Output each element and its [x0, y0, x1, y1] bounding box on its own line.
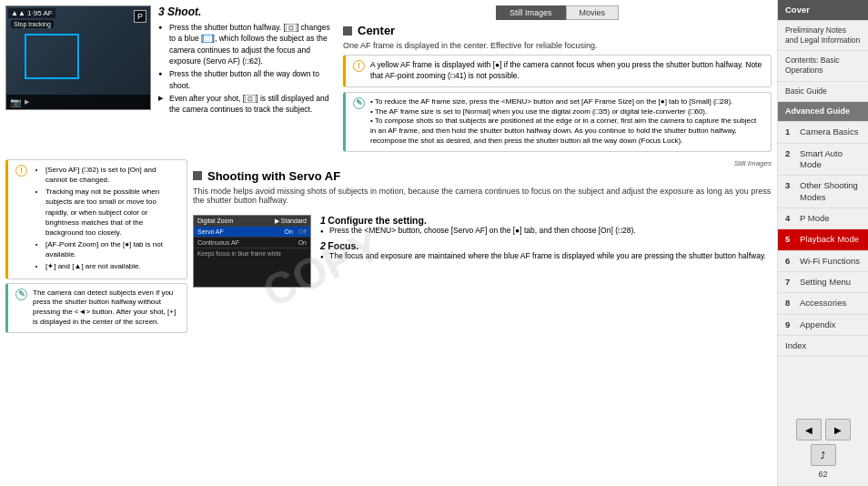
servo-af-label: Servo AF — [197, 228, 224, 235]
servo-description: This mode helps avoid missing shots of s… — [193, 187, 772, 205]
sidebar-item-appendix[interactable]: 9 Appendix — [778, 315, 868, 336]
nav-buttons: ◀ ▶ — [796, 419, 851, 440]
servo-title: Shooting with Servo AF — [207, 169, 340, 183]
sidebar-label-smart-auto: Smart Auto Mode — [800, 148, 861, 171]
shoot-bullet-1: Press the shutter button halfway. [⊡] ch… — [158, 22, 336, 66]
shoot-arrow-1: Even after your shot, [⊡] is still displ… — [158, 93, 336, 116]
sidebar-item-prelim[interactable]: Preliminary Notes and Legal Information — [778, 21, 868, 51]
servo-menu-header-right: ▶ Standard — [275, 218, 307, 225]
middle-panel: Still Images Shooting with Servo AF This… — [193, 159, 772, 483]
servo-steps: 1 Configure the setting. Press the <MENU… — [320, 215, 772, 288]
camera-icon: 📷 — [10, 97, 21, 107]
camera-hud-left: ▲▲ 1·95 AF — [8, 8, 56, 18]
warning-box-1-content: [Servo AF] (□62) is set to [On] and cann… — [33, 165, 179, 274]
servo-menu-display: Digital Zoom ▶ Standard Servo AF On Off … — [194, 216, 310, 287]
warning-list: [Servo AF] (□62) is set to [On] and cann… — [33, 165, 179, 272]
tip-box-1-text: The camera can detect subjects even if y… — [33, 289, 179, 328]
warn-item-1: [Servo AF] (□62) is set to [On] and cann… — [45, 165, 179, 185]
sidebar-item-index[interactable]: Index — [778, 336, 868, 357]
servo-step2-desc-item: The focus and exposure are maintained wh… — [320, 251, 772, 262]
sidebar-num-1: 1 — [785, 127, 796, 137]
warning-icon: ! — [353, 60, 365, 72]
sidebar-label-camera-basics: Camera Basics — [800, 127, 858, 137]
upper-row: ▲▲ 1·95 AF P Stop tracking 📷 ▶ 3 Shoot. … — [0, 0, 777, 159]
center-area: ! [Servo AF] (□62) is set to [On] and ca… — [0, 159, 777, 486]
servo-step2-label: Focus. — [328, 240, 358, 251]
center-tip-row: ✎ • To reduce the AF frame size, press t… — [353, 97, 763, 147]
servo-square-icon — [193, 171, 202, 180]
sidebar-item-camera-basics[interactable]: 1 Camera Basics — [778, 122, 868, 143]
servo-step1-desc: Press the <MENU> button, choose [Servo A… — [320, 226, 772, 237]
camera-hud-top: ▲▲ 1·95 AF P — [8, 8, 148, 18]
sidebar-item-wifi[interactable]: 6 Wi-Fi Functions — [778, 251, 868, 272]
sidebar-num-9: 9 — [785, 319, 796, 330]
warn-item-4: [✦] and [▲] are not available. — [45, 261, 179, 271]
servo-still-images-badge: Still Images — [193, 159, 772, 167]
servo-continuous-af-label: Continuous AF — [197, 239, 239, 246]
servo-menu-caption: Keeps focus in blue frame while — [194, 248, 310, 258]
warning-box-1-row: ! [Servo AF] (□62) is set to [On] and ca… — [15, 165, 179, 274]
center-square-icon — [343, 26, 352, 35]
sidebar-item-setting-menu[interactable]: 7 Setting Menu — [778, 272, 868, 293]
sidebar-label-appendix: Appendix — [800, 319, 836, 330]
center-warning-row: ! A yellow AF frame is displayed with [●… — [353, 60, 763, 82]
servo-step2: 2 Focus. The focus and exposure are main… — [320, 240, 772, 262]
servo-header: Shooting with Servo AF — [193, 169, 772, 183]
still-images-tab[interactable]: Still Images — [496, 5, 566, 20]
shoot-bullets: Press the shutter button halfway. [⊡] ch… — [158, 22, 336, 116]
tip-box-1-row: ✎ The camera can detect subjects even if… — [15, 289, 179, 328]
sidebar-item-cover[interactable]: Cover — [778, 0, 868, 21]
home-button[interactable]: ⤴ — [811, 444, 836, 466]
next-page-button[interactable]: ▶ — [825, 419, 851, 440]
sidebar-item-advanced-guide[interactable]: Advanced Guide — [778, 102, 868, 123]
tip-icon: ✎ — [353, 97, 365, 109]
warning-box-1: ! [Servo AF] (□62) is set to [On] and ca… — [5, 159, 187, 279]
center-header: Center — [343, 24, 772, 37]
sidebar-item-basic[interactable]: Basic Guide — [778, 82, 868, 102]
page-number: 62 — [818, 470, 827, 479]
sidebar-num-4: 4 — [785, 213, 796, 224]
center-warning-box: ! A yellow AF frame is displayed with [●… — [343, 55, 772, 87]
sidebar-item-other-shooting[interactable]: 3 Other Shooting Modes — [778, 176, 868, 208]
servo-af-item: Servo AF On Off — [194, 227, 310, 238]
sidebar-num-8: 8 — [785, 298, 796, 309]
center-title: Center — [358, 24, 395, 37]
sidebar-num-5: 5 — [785, 234, 796, 245]
prev-page-button[interactable]: ◀ — [796, 419, 822, 440]
servo-step1-num: 1 — [320, 215, 326, 226]
servo-image-container: Digital Zoom ▶ Standard Servo AF On Off … — [193, 215, 772, 288]
servo-step1-desc-item: Press the <MENU> button, choose [Servo A… — [320, 226, 772, 237]
servo-step1-label: Configure the setting. — [328, 215, 427, 226]
servo-af-toggle: On Off — [282, 228, 307, 235]
sidebar-label-other-shooting: Other Shooting Modes — [800, 180, 861, 203]
sidebar-item-playback[interactable]: 5 Playback Mode — [778, 229, 868, 250]
servo-menu-header: Digital Zoom ▶ Standard — [194, 216, 310, 227]
center-section-top: Still Images Movies Center One AF frame … — [343, 5, 772, 157]
step3-label: 3 Shoot. — [158, 5, 336, 18]
sidebar-label-p-mode: P Mode — [800, 213, 830, 224]
sidebar-item-accessories[interactable]: 8 Accessories — [778, 293, 868, 314]
servo-camera-preview: Digital Zoom ▶ Standard Servo AF On Off … — [193, 215, 311, 288]
camera-inner: ▲▲ 1·95 AF P Stop tracking 📷 ▶ — [6, 6, 150, 109]
media-tabs: Still Images Movies — [343, 5, 772, 20]
sidebar-num-3: 3 — [785, 180, 796, 191]
servo-af-on: On — [282, 228, 294, 235]
sidebar-num-6: 6 — [785, 256, 796, 267]
left-panel: ! [Servo AF] (□62) is set to [On] and ca… — [5, 159, 187, 483]
sidebar-item-p-mode[interactable]: 4 P Mode — [778, 208, 868, 229]
servo-continuous-af-item: Continuous AF On — [194, 238, 310, 248]
center-description: One AF frame is displayed in the center.… — [343, 41, 772, 50]
center-tip-text: • To reduce the AF frame size, press the… — [370, 97, 763, 147]
sidebar-label-playback: Playback Mode — [800, 234, 859, 245]
tip-icon-2: ✎ — [15, 289, 27, 300]
servo-step1-header: 1 Configure the setting. — [320, 215, 772, 226]
center-tip-box: ✎ • To reduce the AF frame size, press t… — [343, 92, 772, 152]
servo-continuous-af-val: On — [298, 239, 307, 246]
movies-tab[interactable]: Movies — [566, 5, 620, 20]
shoot-bullet-2: Press the shutter button all the way dow… — [158, 68, 336, 91]
sidebar-item-smart-auto[interactable]: 2 Smart Auto Mode — [778, 144, 868, 177]
sidebar-num-7: 7 — [785, 277, 796, 288]
sidebar-num-2: 2 — [785, 148, 796, 159]
sidebar-item-contents[interactable]: Contents: Basic Operations — [778, 51, 868, 81]
servo-menu-header-left: Digital Zoom — [197, 218, 233, 225]
